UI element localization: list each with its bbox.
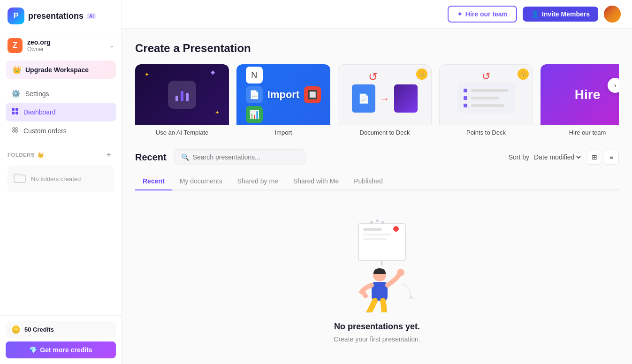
card-ai-template-image: ✦ ◆ ✦ (135, 64, 229, 125)
sort-label: Sort by (509, 153, 529, 161)
workspace-name: zeo.org (27, 38, 105, 46)
folders-title: FOLDERS 👑 (8, 152, 45, 158)
get-credits-button[interactable]: 💎 Get more credits (6, 341, 116, 358)
svg-point-19 (381, 221, 384, 224)
invite-members-button[interactable]: 👤 Invite Members (523, 7, 598, 22)
workspace-avatar: Z (8, 38, 23, 53)
sidebar-nav: ⚙️ Settings Dashboard Custom orders (0, 81, 122, 144)
folders-crown-icon: 👑 (38, 152, 45, 158)
empty-illustration (330, 209, 424, 312)
svg-point-18 (376, 220, 379, 222)
list-view-button[interactable]: ≡ (604, 150, 619, 165)
svg-rect-1 (15, 108, 18, 111)
content-area: Create a Presentation ✦ ◆ ✦ Use an AI Te… (122, 29, 632, 364)
diamond-icon: 💎 (29, 346, 37, 354)
card-ai-template[interactable]: ✦ ◆ ✦ Use an AI Template (135, 64, 229, 136)
sidebar-item-custom-orders[interactable]: Custom orders (6, 121, 116, 140)
tab-my-documents[interactable]: My documents (172, 173, 230, 190)
recent-header: Recent 🔍 Sort by Date modified Date crea… (135, 149, 619, 165)
tab-recent[interactable]: Recent (135, 173, 172, 190)
svg-point-16 (393, 226, 399, 232)
recent-actions: Sort by Date modified Date created Name … (509, 150, 619, 165)
template-cards-row: ✦ ◆ ✦ Use an AI Template N (135, 64, 619, 136)
page-title: Create a Presentation (135, 42, 619, 55)
chart-icon (168, 81, 196, 109)
recent-title: Recent (135, 152, 167, 163)
svg-rect-15 (363, 238, 387, 240)
app-logo-icon: P (8, 8, 24, 24)
card-import[interactable]: N 📄 📊 Import 🔲 Import (236, 64, 330, 136)
folders-section: FOLDERS 👑 + No folders created (0, 144, 122, 315)
card-ai-template-label: Use an AI Template (135, 125, 229, 136)
chevron-down-icon: ⌄ (109, 42, 114, 49)
workspace-info: zeo.org Owner (27, 38, 105, 53)
empty-folder-icon (13, 172, 26, 186)
search-box[interactable]: 🔍 (174, 149, 305, 165)
tab-shared-by-me[interactable]: Shared by me (230, 173, 286, 190)
tab-published[interactable]: Published (346, 173, 390, 190)
card-hire-team[interactable]: 👑 Hire Hire our team (541, 64, 619, 136)
sheets-icon: 📊 (246, 106, 263, 123)
svg-rect-0 (12, 108, 15, 111)
card-points-to-deck[interactable]: 👑 ↺ Points to Deck (439, 64, 533, 136)
import-icons: N 📄 📊 (246, 67, 263, 123)
app-name: presentations (28, 11, 84, 21)
hire-team-button[interactable]: ✦ Hire our team (448, 6, 517, 23)
svg-point-6 (13, 130, 15, 132)
import-content: N 📄 📊 Import 🔲 (246, 67, 321, 123)
search-icon: 🔍 (181, 153, 189, 161)
tabs: Recent My documents Shared by me Shared … (135, 173, 619, 190)
svg-rect-7 (15, 130, 17, 132)
svg-point-5 (15, 128, 17, 129)
main-content: ✦ Hire our team 👤 Invite Members Create … (122, 0, 632, 364)
person-plus-icon: 👤 (531, 10, 539, 18)
sidebar-item-settings[interactable]: ⚙️ Settings (6, 84, 116, 103)
card-points-label: Points to Deck (439, 125, 533, 136)
svg-rect-3 (15, 112, 18, 114)
custom-orders-icon (11, 126, 19, 136)
workspace-selector[interactable]: Z zeo.org Owner ⌄ (0, 32, 122, 59)
grid-view-button[interactable]: ⊞ (587, 150, 602, 165)
empty-title: No presentations yet. (334, 322, 420, 332)
svg-rect-8 (175, 96, 178, 101)
scroll-right-button[interactable]: › (608, 78, 619, 93)
sort-row: Sort by Date modified Date created Name (509, 153, 582, 161)
search-input[interactable] (193, 153, 298, 161)
ai-template-content: ✦ ◆ ✦ (135, 64, 229, 125)
no-folders-message: No folders created (8, 166, 114, 192)
card-points-image: 👑 ↺ (439, 64, 533, 125)
user-avatar[interactable] (604, 6, 621, 23)
sparkle-icon-3: ✦ (215, 109, 220, 116)
empty-subtitle: Create your first presentation. (334, 335, 420, 343)
svg-point-17 (370, 221, 373, 224)
card-hire-label: Hire our team (541, 125, 619, 136)
card-doc-to-deck[interactable]: 👑 ↺ 📄 → Document to Deck (338, 64, 432, 136)
card-hire-image: 👑 Hire (541, 64, 619, 125)
sidebar-logo: P presentations AI (0, 0, 122, 32)
svg-point-22 (397, 269, 404, 276)
doc-icon: 📄 (246, 86, 263, 103)
ai-badge: AI (87, 13, 96, 19)
arrow-icon: ↺ (368, 70, 402, 83)
slides-icon: 🔲 (304, 86, 321, 103)
upgrade-workspace-button[interactable]: 👑 Upgrade Workspace (6, 61, 116, 79)
crown-badge-points: 👑 (518, 68, 529, 80)
card-doc-label: Document to Deck (338, 125, 432, 136)
recent-section: Recent 🔍 Sort by Date modified Date crea… (135, 149, 619, 364)
sidebar-item-dashboard[interactable]: Dashboard (6, 103, 116, 121)
notion-icon: N (246, 67, 263, 83)
sparkle-icon-1: ✦ (145, 71, 149, 78)
card-import-label: Import (236, 125, 330, 136)
sparkle-icon: ✦ (457, 10, 463, 18)
add-folder-button[interactable]: + (104, 150, 114, 160)
settings-icon: ⚙️ (11, 89, 21, 98)
crown-badge-doc: 👑 (416, 68, 427, 80)
svg-rect-9 (181, 91, 183, 101)
tab-shared-with-me[interactable]: Shared with Me (286, 173, 346, 190)
crown-icon: 👑 (12, 65, 22, 74)
empty-state: No presentations yet. Create your first … (135, 190, 619, 364)
grid-toggle: ⊞ ≡ (587, 150, 619, 165)
card-doc-image: 👑 ↺ 📄 → (338, 64, 432, 125)
sort-select[interactable]: Date modified Date created Name (532, 153, 582, 161)
svg-rect-2 (12, 112, 15, 114)
